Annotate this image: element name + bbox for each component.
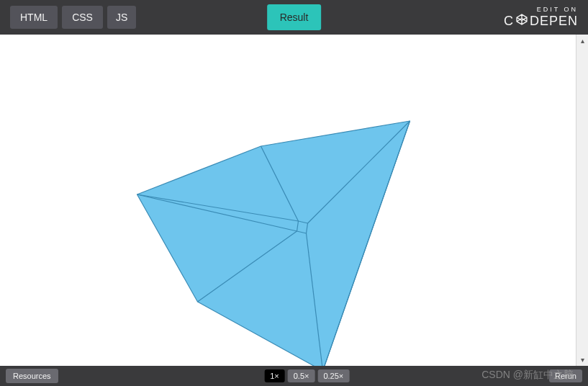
svg-marker-8 — [297, 221, 308, 233]
bottom-toolbar: Resources 1× 0.5× 0.25× Rerun — [0, 366, 588, 386]
zoom-05x-button[interactable]: 0.5× — [288, 369, 315, 382]
zoom-1x-button[interactable]: 1× — [264, 369, 285, 382]
scroll-up-icon[interactable]: ▴ — [576, 35, 588, 47]
tab-result[interactable]: Result — [267, 4, 322, 30]
zoom-controls: 1× 0.5× 0.25× — [264, 369, 349, 382]
tab-js[interactable]: JS — [107, 6, 136, 29]
edit-on-label: EDIT ON — [504, 6, 578, 13]
rerun-button[interactable]: Rerun — [549, 369, 582, 382]
svg-marker-0 — [137, 121, 410, 366]
zoom-025x-button[interactable]: 0.25× — [317, 369, 349, 382]
vertical-scrollbar[interactable]: ▴ ▾ — [576, 35, 588, 366]
top-toolbar: HTML CSS JS Result EDIT ON C DEPEN — [0, 0, 588, 35]
center-tab-group: Result — [267, 4, 322, 30]
tab-html[interactable]: HTML — [10, 6, 58, 29]
resources-button[interactable]: Resources — [6, 369, 58, 383]
codepen-cube-icon — [515, 13, 528, 30]
editor-tabs: HTML CSS JS — [10, 6, 136, 29]
canvas-3d-shape[interactable] — [0, 35, 588, 366]
result-pane: ▴ ▾ — [0, 35, 588, 366]
codepen-logo: C DEPEN — [504, 13, 578, 30]
tab-css[interactable]: CSS — [62, 6, 103, 29]
edit-on-codepen[interactable]: EDIT ON C DEPEN — [504, 6, 578, 30]
scroll-down-icon[interactable]: ▾ — [576, 354, 588, 366]
